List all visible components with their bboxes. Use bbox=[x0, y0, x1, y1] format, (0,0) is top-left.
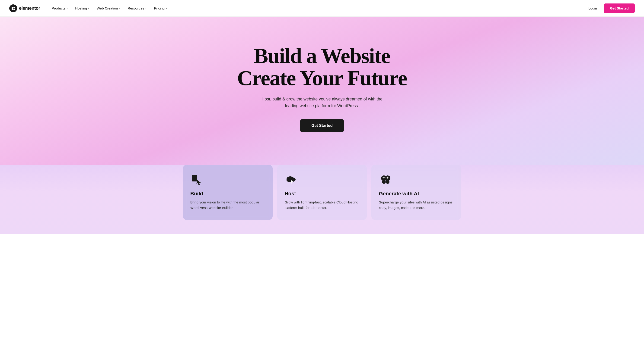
login-button[interactable]: Login bbox=[585, 4, 600, 12]
hero-subtitle: Host, build & grow the website you've al… bbox=[260, 96, 384, 109]
card-host[interactable]: Host Grow with lightning-fast, scalable … bbox=[277, 165, 367, 220]
card-build[interactable]: Build Bring your vision to life with the… bbox=[183, 165, 272, 220]
chevron-down-icon: ▾ bbox=[166, 7, 167, 9]
svg-point-7 bbox=[286, 178, 290, 182]
nav-item-products[interactable]: Products ▾ bbox=[48, 4, 71, 12]
get-started-hero-button[interactable]: Get Started bbox=[300, 119, 344, 132]
nav-item-pricing[interactable]: Pricing ▾ bbox=[151, 4, 170, 12]
card-host-title: Host bbox=[285, 191, 360, 197]
logo-text: elementor bbox=[19, 5, 40, 11]
nav-menu: Products ▾ Hosting ▾ Web Creation ▾ Reso… bbox=[48, 4, 585, 12]
hero-title: Build a Website Create Your Future bbox=[237, 45, 407, 89]
host-icon bbox=[285, 173, 298, 186]
card-ai-title: Generate with AI bbox=[379, 191, 454, 197]
logo-link[interactable]: elementor bbox=[9, 4, 40, 12]
hero-section: Build a Website Create Your Future Host,… bbox=[0, 17, 644, 165]
card-build-desc: Bring your vision to life with the most … bbox=[190, 199, 265, 211]
nav-item-hosting[interactable]: Hosting ▾ bbox=[72, 4, 92, 12]
svg-point-11 bbox=[382, 180, 386, 184]
nav-actions: Login Get Started bbox=[585, 3, 635, 13]
card-ai-desc: Supercharge your sites with AI assisted … bbox=[379, 199, 454, 211]
chevron-down-icon: ▾ bbox=[119, 7, 120, 9]
feature-cards-section: Build Bring your vision to life with the… bbox=[0, 165, 644, 234]
card-build-title: Build bbox=[190, 191, 265, 197]
svg-rect-1 bbox=[14, 7, 15, 8]
ai-icon bbox=[379, 173, 392, 186]
chevron-down-icon: ▾ bbox=[66, 7, 68, 9]
card-host-desc: Grow with lightning-fast, scalable Cloud… bbox=[285, 199, 360, 211]
nav-item-resources[interactable]: Resources ▾ bbox=[124, 4, 150, 12]
logo-icon bbox=[9, 4, 17, 12]
nav-item-web-creation[interactable]: Web Creation ▾ bbox=[94, 4, 123, 12]
chevron-down-icon: ▾ bbox=[145, 7, 146, 9]
svg-point-12 bbox=[386, 180, 390, 184]
card-ai[interactable]: Generate with AI Supercharge your sites … bbox=[372, 165, 461, 220]
chevron-down-icon: ▾ bbox=[88, 7, 89, 9]
svg-rect-2 bbox=[14, 8, 15, 10]
svg-rect-3 bbox=[192, 175, 197, 181]
cards-grid: Build Bring your vision to life with the… bbox=[183, 165, 461, 220]
svg-rect-0 bbox=[12, 7, 13, 10]
main-navigation: elementor Products ▾ Hosting ▾ Web Creat… bbox=[0, 0, 644, 17]
get-started-nav-button[interactable]: Get Started bbox=[604, 3, 635, 13]
build-icon bbox=[190, 173, 203, 186]
